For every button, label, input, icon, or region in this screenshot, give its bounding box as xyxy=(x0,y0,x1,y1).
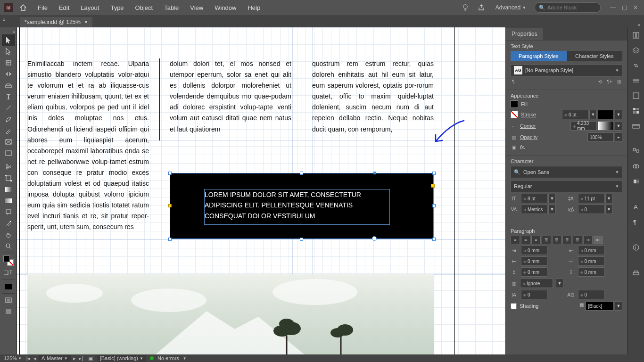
last-spread[interactable]: ▸| xyxy=(78,355,84,362)
eyedropper-tool[interactable] xyxy=(2,218,15,229)
pencil-tool[interactable] xyxy=(2,125,15,136)
span-columns[interactable]: ⟐Ignore xyxy=(520,279,553,288)
pages-panel-icon[interactable] xyxy=(630,30,642,41)
next-spread[interactable]: ▸ xyxy=(72,355,77,362)
effects-icon[interactable]: ▣ xyxy=(511,144,517,150)
font-style-selector[interactable]: Regular ▼ xyxy=(511,180,622,192)
right-indent[interactable]: ⟐0 mm xyxy=(578,246,604,255)
kerning-dropdown[interactable]: ▼ xyxy=(548,205,556,214)
type-tool[interactable] xyxy=(2,91,15,102)
menu-help[interactable]: Help xyxy=(243,1,265,14)
align-center[interactable]: ≡ xyxy=(521,236,530,244)
align-left[interactable]: ≡ xyxy=(511,236,520,244)
justify-center[interactable]: ≣ xyxy=(552,236,561,244)
gradient-feather-tool[interactable] xyxy=(2,195,15,206)
rectangle-frame-tool[interactable] xyxy=(2,136,15,148)
image-frame[interactable] xyxy=(27,274,434,354)
justify-all[interactable]: ≣ xyxy=(573,236,582,244)
cc-libraries-panel-icon[interactable] xyxy=(630,121,642,131)
view-mode-normal[interactable] xyxy=(2,295,15,306)
menu-window[interactable]: Window xyxy=(210,1,241,14)
shading-options-icon[interactable]: ▦ xyxy=(578,301,585,308)
links-panel-icon[interactable] xyxy=(630,60,642,71)
note-tool[interactable] xyxy=(2,206,15,218)
toolbar-overflow-icon[interactable]: » xyxy=(3,17,6,22)
gradient-swatch-tool[interactable] xyxy=(2,184,15,195)
menu-layout[interactable]: Layout xyxy=(76,1,104,14)
kerning[interactable]: ⟐Metrics xyxy=(521,205,547,214)
info-panel-icon[interactable]: i xyxy=(630,242,642,253)
stroke-style-dropdown[interactable]: ▼ xyxy=(615,110,622,119)
leading-dropdown[interactable]: ▼ xyxy=(605,194,613,203)
first-line-indent[interactable]: ⟐0 mm xyxy=(521,256,547,266)
document-canvas[interactable]: Enimillaccab inctem recae. Ulparia simus… xyxy=(17,27,505,354)
opacity-value[interactable]: 100% xyxy=(587,132,614,142)
corner-shape[interactable] xyxy=(598,121,614,131)
zoom-level[interactable]: 125% xyxy=(4,355,17,361)
justify-right[interactable]: ≣ xyxy=(562,236,572,244)
apply-color[interactable] xyxy=(2,281,15,292)
open-icon[interactable]: ▣ xyxy=(88,355,93,362)
corner-shape-dropdown[interactable]: ▼ xyxy=(615,121,622,131)
preflight-profile[interactable]: [Basic] (working) ▼ xyxy=(97,355,146,362)
lightbulb-icon[interactable] xyxy=(460,2,471,13)
zoom-dropdown[interactable]: ▼ xyxy=(18,356,22,361)
page-tool[interactable] xyxy=(2,57,15,68)
effects-label[interactable]: fx. xyxy=(520,144,526,150)
character-panel-icon[interactable]: A xyxy=(630,202,642,212)
document-tab[interactable]: *sample.indd @ 125% × xyxy=(20,17,92,27)
scissors-tool[interactable] xyxy=(2,161,15,173)
stroke-weight-dropdown[interactable]: ▼ xyxy=(589,110,597,119)
out-port[interactable] xyxy=(431,184,435,188)
rectangle-tool[interactable] xyxy=(2,148,15,159)
stroke-panel-icon[interactable] xyxy=(630,75,642,86)
drop-cap-lines[interactable]: ⟐0 xyxy=(521,290,547,299)
character-styles-tab[interactable]: Character Styles xyxy=(567,51,623,61)
menu-edit[interactable]: Edit xyxy=(54,1,74,14)
first-spread[interactable]: |◂ xyxy=(25,355,31,362)
clear-overrides-icon[interactable]: ¶. xyxy=(511,78,517,85)
new-style-icon[interactable]: ⊞ xyxy=(616,78,622,85)
label-corner[interactable]: Corner xyxy=(520,123,536,129)
stroke-swatch[interactable] xyxy=(511,111,518,118)
gap-tool[interactable] xyxy=(2,68,15,80)
hand-tool[interactable] xyxy=(2,229,15,240)
label-stroke[interactable]: Stroke xyxy=(521,112,536,117)
align-toward-spine[interactable]: ⇥ xyxy=(583,236,593,244)
selected-text-frame[interactable]: LOREM IPSUM DOLOR SIT AMET, CONSECTETUR … xyxy=(170,173,434,239)
properties-tab[interactable]: Properties xyxy=(506,28,543,40)
tool-overflow-icon[interactable]: » xyxy=(13,29,16,34)
space-before[interactable]: ⟐0 mm xyxy=(521,267,547,277)
font-family-selector[interactable]: 🔍 Open Sans ▼ xyxy=(511,166,622,178)
shading-checkbox[interactable] xyxy=(511,303,517,309)
stroke-weight[interactable]: ⟐0 pt xyxy=(562,110,588,119)
left-indent[interactable]: ⟐0 mm xyxy=(521,246,547,255)
opacity-slider[interactable]: ▸ xyxy=(615,132,622,142)
close-icon[interactable]: ✕ xyxy=(631,4,640,11)
share-icon[interactable] xyxy=(476,2,487,13)
menu-object[interactable]: Object xyxy=(131,1,158,14)
minimize-icon[interactable]: — xyxy=(608,4,618,11)
last-line-indent[interactable]: ⟐0 mm xyxy=(578,256,604,266)
stroke-style[interactable] xyxy=(598,110,614,119)
label-opacity[interactable]: Opacity xyxy=(520,134,537,140)
shading-dropdown[interactable]: ▼ xyxy=(615,301,622,311)
more-options-icon[interactable]: ⋯ xyxy=(511,215,517,222)
font-size[interactable]: ⟐8 pt xyxy=(521,194,547,203)
menu-file[interactable]: File xyxy=(33,1,52,14)
pen-tool[interactable] xyxy=(2,114,15,125)
inner-text-frame[interactable]: LOREM IPSUM DOLOR SIT AMET, CONSECTETUR … xyxy=(204,189,390,225)
font-size-dropdown[interactable]: ▼ xyxy=(548,194,556,203)
align-away-spine[interactable]: ⇤ xyxy=(594,236,603,244)
paragraph-style-selector[interactable]: AG [No Paragraph Style] ▼ xyxy=(511,64,622,76)
menu-table[interactable]: Table xyxy=(159,1,183,14)
paragraph-styles-tab[interactable]: Paragraph Styles xyxy=(511,51,567,61)
justify-left[interactable]: ≣ xyxy=(542,236,551,244)
corner-size[interactable]: ⟐4.233 mm xyxy=(570,121,597,131)
space-after[interactable]: ⟐0 mm xyxy=(578,267,604,277)
paragraph-panel-icon[interactable]: ¶ xyxy=(630,217,642,227)
preflight-menu[interactable]: ▼ xyxy=(183,356,187,361)
tracking[interactable]: ⟐0 xyxy=(578,205,604,214)
line-tool[interactable] xyxy=(2,102,15,114)
fill-stroke-swap[interactable] xyxy=(2,254,15,267)
